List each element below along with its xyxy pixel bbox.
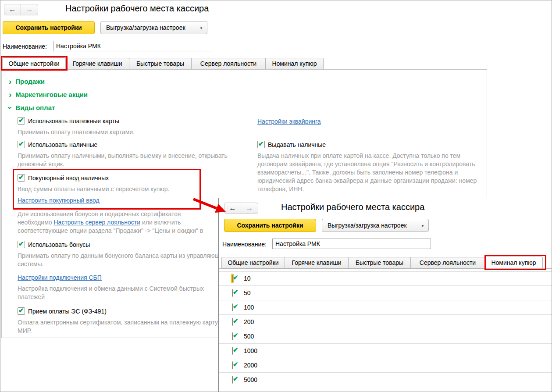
- checkbox-row-banknote-entry[interactable]: Покупюрный ввод наличных: [18, 174, 109, 182]
- section-marketing[interactable]: › Маркетинговые акции: [9, 91, 88, 98]
- checkbox-checked-icon[interactable]: [232, 332, 233, 340]
- checkbox-label: Использовать бонусы: [28, 241, 90, 248]
- denomination-value: 2000: [244, 362, 257, 369]
- section-payment-types[interactable]: › Виды оплат: [9, 104, 55, 111]
- checkbox-checked-icon[interactable]: [232, 289, 233, 297]
- table-row[interactable]: 2000: [219, 358, 552, 373]
- chevron-right-icon: ›: [9, 78, 11, 85]
- denomination-table: 10 50 100 200 500 1000: [219, 271, 552, 387]
- overlay-window: ← → Настройки рабочего места кассира Сох…: [218, 198, 552, 392]
- section-sales[interactable]: › Продажи: [9, 78, 45, 85]
- chevron-right-icon: ›: [9, 92, 11, 98]
- hint-card-payments: Принимать оплату платежными картами.: [18, 128, 246, 136]
- checkbox-label: Выдавать наличные: [268, 141, 326, 148]
- checkbox-checked-icon[interactable]: [18, 174, 25, 182]
- table-row[interactable]: 10: [219, 271, 552, 286]
- table-row[interactable]: 500: [219, 329, 552, 344]
- denomination-value: 10: [244, 275, 251, 282]
- section-label: Продажи: [15, 78, 45, 85]
- checkbox-checked-icon[interactable]: [232, 274, 233, 282]
- checkbox-checked-icon[interactable]: [232, 376, 233, 384]
- table-row[interactable]: 5000: [219, 373, 552, 387]
- tab-quick-goods[interactable]: Быстрые товары: [129, 58, 192, 69]
- tab-hotkeys[interactable]: Горячие клавиши: [285, 257, 349, 268]
- checkbox-label: Покупюрный ввод наличных: [28, 175, 109, 182]
- tab-bar-main: Общие настройки Горячие клавиши Быстрые …: [2, 57, 323, 69]
- checkbox-label: Использовать платежные карты: [28, 118, 119, 125]
- tab-general-settings[interactable]: Общие настройки: [221, 257, 285, 268]
- checkbox-label: Прием оплаты ЭС (ФЗ-491): [28, 308, 107, 315]
- tab-quick-goods[interactable]: Быстрые товары: [348, 257, 411, 268]
- checkbox-checked-icon[interactable]: [18, 307, 25, 315]
- nav-button-group: ← →: [4, 4, 38, 15]
- name-input[interactable]: [53, 41, 212, 51]
- checkbox-checked-icon[interactable]: [18, 241, 25, 248]
- page-title: Настройки рабочего места кассира: [65, 4, 209, 14]
- checkbox-row-es-payment[interactable]: Прием оплаты ЭС (ФЗ-491): [18, 307, 107, 315]
- checkbox-row-use-payment-cards[interactable]: Использовать платежные карты: [18, 117, 119, 125]
- tab-general-settings[interactable]: Общие настройки: [2, 57, 66, 70]
- checkbox-row-use-bonuses[interactable]: Использовать бонусы: [18, 241, 90, 248]
- hint-use-cash: Принимать оплату наличными, выполнять вы…: [18, 152, 246, 168]
- sbp-connection-settings-link[interactable]: Настройки подключения СБП: [18, 274, 102, 281]
- forward-arrow-icon[interactable]: →: [21, 4, 38, 15]
- forward-arrow-icon[interactable]: →: [241, 203, 258, 214]
- hint-es-payment: Оплата электронным сертификатом, записан…: [18, 318, 222, 335]
- tab-hotkeys[interactable]: Горячие клавиши: [65, 58, 129, 69]
- checkbox-checked-icon[interactable]: [232, 318, 233, 326]
- chevron-down-icon: ▼: [421, 224, 424, 228]
- save-settings-button[interactable]: Сохранить настройки: [224, 219, 316, 232]
- tab-banknote-denomination[interactable]: Номинал купюр: [265, 58, 324, 69]
- checkbox-checked-icon[interactable]: [18, 117, 25, 125]
- denomination-value: 1000: [244, 347, 257, 354]
- denomination-value: 100: [244, 304, 254, 311]
- nav-button-group: ← →: [224, 203, 258, 214]
- tab-loyalty-server[interactable]: Сервер лояльности: [191, 58, 266, 69]
- tab-bar-overlay: Общие настройки Горячие клавиши Быстрые …: [221, 257, 542, 268]
- page-title: Настройки рабочего места кассира: [281, 202, 424, 212]
- back-arrow-icon[interactable]: ←: [4, 4, 21, 15]
- export-import-settings-button[interactable]: Выгрузка/загрузка настроек ▼: [100, 21, 207, 34]
- name-input[interactable]: [272, 239, 431, 249]
- configure-banknote-entry-link[interactable]: Настроить покупюрный ввод: [18, 197, 100, 204]
- checkbox-row-cash-out[interactable]: Выдавать наличные: [257, 141, 326, 148]
- export-import-settings-button[interactable]: Выгрузка/загрузка настроек ▼: [322, 219, 429, 232]
- name-label: Наименование:: [3, 43, 47, 50]
- section-label: Маркетинговые акции: [15, 91, 88, 98]
- checkbox-row-use-cash[interactable]: Использовать наличные: [18, 141, 97, 148]
- section-label: Виды оплат: [15, 104, 55, 111]
- checkbox-checked-icon[interactable]: [232, 347, 233, 355]
- denomination-value: 5000: [244, 376, 257, 383]
- checkbox-checked-icon[interactable]: [232, 361, 233, 369]
- main-window: ← → Настройки рабочего места кассира Сох…: [0, 0, 552, 392]
- name-label: Наименование:: [222, 241, 267, 248]
- denomination-value: 200: [244, 318, 254, 325]
- checkbox-label: Использовать наличные: [28, 141, 97, 148]
- chevron-down-icon: ▼: [199, 26, 203, 30]
- hint-banknote-entry: Ввод суммы оплаты наличными с пересчетом…: [18, 185, 246, 193]
- table-row[interactable]: 200: [219, 315, 552, 329]
- export-import-label: Выгрузка/загрузка настроек: [106, 24, 185, 31]
- annotation-arrow: [192, 196, 229, 216]
- denomination-value: 50: [244, 289, 251, 296]
- checkbox-checked-icon[interactable]: [232, 303, 233, 311]
- table-row[interactable]: 50: [219, 286, 552, 300]
- hint-use-bonuses: Принимать оплату по данным бонусного бал…: [18, 252, 246, 268]
- checkbox-checked-icon[interactable]: [257, 141, 265, 148]
- denomination-value: 500: [244, 333, 254, 340]
- hint-cash-out: Выдача наличных при оплате картой на кас…: [257, 152, 480, 193]
- chevron-down-icon: ›: [7, 106, 13, 109]
- configure-loyalty-server-link[interactable]: Настроить сервер лояльности: [53, 219, 140, 226]
- tab-banknote-denomination[interactable]: Номинал купюр: [484, 257, 543, 269]
- export-import-label: Выгрузка/загрузка настроек: [328, 222, 407, 229]
- table-row[interactable]: 1000: [219, 344, 552, 358]
- tab-loyalty-server[interactable]: Сервер лояльности: [410, 257, 485, 268]
- hint-bonus-note: Для использования бонусов и подарочных с…: [18, 210, 203, 235]
- acquiring-settings-link[interactable]: Настройки эквайринга: [257, 118, 321, 125]
- save-settings-button[interactable]: Сохранить настройки: [3, 21, 95, 34]
- checkbox-checked-icon[interactable]: [18, 141, 25, 148]
- table-row[interactable]: 100: [219, 300, 552, 315]
- hint-sbp: Настройка подключения и обмена данными с…: [18, 285, 206, 301]
